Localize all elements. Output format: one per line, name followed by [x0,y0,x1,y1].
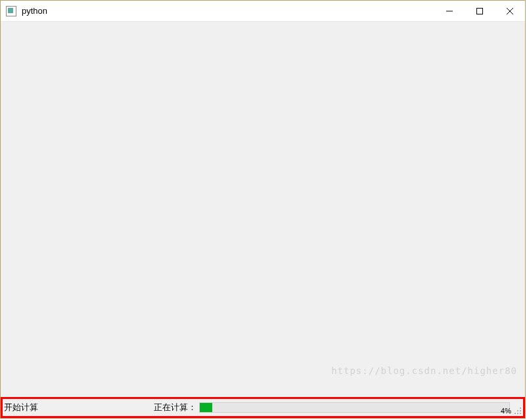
svg-point-6 [520,410,521,411]
svg-point-9 [520,413,521,414]
svg-rect-1 [477,8,483,14]
minimize-button[interactable] [434,1,465,21]
progress-fill [200,403,212,412]
progress-percent-text: 4% [501,407,511,415]
svg-point-4 [520,408,521,409]
watermark-text: https://blog.csdn.net/higher80 [331,365,517,376]
svg-point-8 [517,413,518,414]
progress-bar: 4% [199,402,510,413]
maximize-button[interactable] [465,1,495,21]
statusbar-highlight-frame: 开始计算 正在计算： 4% [1,397,525,418]
app-icon [6,6,16,16]
maximize-icon [476,8,483,14]
status-message: 开始计算 [3,402,154,413]
minimize-icon [446,8,453,14]
close-button[interactable] [495,1,525,21]
content-area: https://blog.csdn.net/higher80 [1,22,525,397]
window-title: python [22,6,47,16]
progress-track [199,402,510,413]
window-controls [434,1,525,21]
titlebar[interactable]: python [1,1,525,22]
size-grip[interactable] [514,407,522,415]
statusbar: 开始计算 正在计算： 4% [3,399,523,416]
progress-label: 正在计算： [154,402,199,413]
svg-point-7 [515,413,516,414]
app-window: python https://blog.csdn.net/highe [0,0,526,419]
close-icon [507,8,513,14]
svg-point-5 [517,410,518,411]
size-grip-icon [514,407,522,415]
